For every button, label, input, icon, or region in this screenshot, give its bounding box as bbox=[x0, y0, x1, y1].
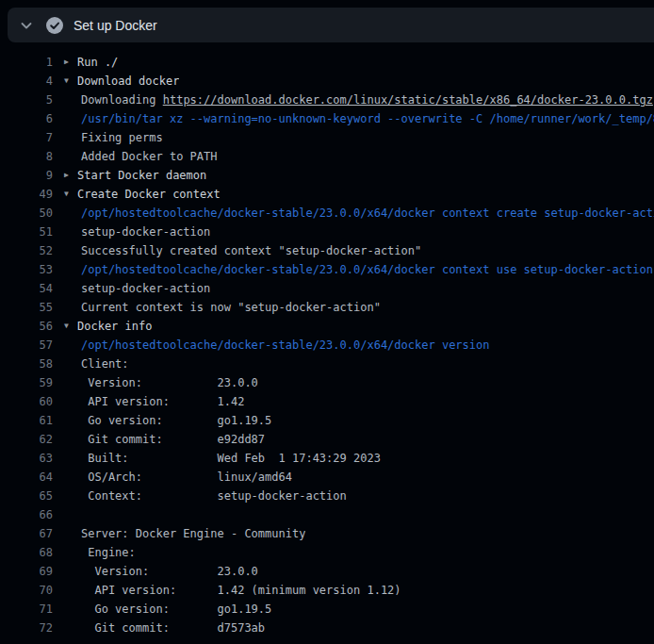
log-line-7: 7 Fixing perms bbox=[0, 128, 654, 147]
log-text: OS/Arch: linux/amd64 bbox=[77, 471, 292, 484]
log-line-50: 50 /opt/hostedtoolcache/docker-stable/23… bbox=[0, 204, 654, 223]
log-line-65: 65 Context: setup-docker-action bbox=[0, 487, 654, 505]
log-text: /usr/bin/tar xz --warning=no-unknown-key… bbox=[77, 112, 654, 125]
line-number[interactable]: 72 bbox=[0, 621, 53, 635]
log-text: Version: 23.0.0 bbox=[77, 376, 258, 389]
log-text: setup-docker-action bbox=[77, 225, 210, 239]
log-line-1[interactable]: 1 ▶ Run ./ bbox=[0, 53, 654, 72]
line-number[interactable]: 5 bbox=[0, 93, 53, 107]
chevron-down-icon[interactable] bbox=[19, 18, 34, 33]
log-line-53: 53 /opt/hostedtoolcache/docker-stable/23… bbox=[0, 260, 654, 279]
step-title: Set up Docker bbox=[74, 18, 157, 33]
log-line-6: 6 /usr/bin/tar xz --warning=no-unknown-k… bbox=[0, 109, 654, 128]
log-text: Fixing perms bbox=[77, 131, 163, 144]
log-line-8: 8 Added Docker to PATH bbox=[0, 147, 654, 166]
log-text: Go version: go1.19.5 bbox=[77, 603, 271, 616]
line-number[interactable]: 66 bbox=[0, 508, 53, 521]
line-number[interactable]: 6 bbox=[0, 112, 53, 125]
log-line-49[interactable]: 49 ▼ Create Docker context bbox=[0, 185, 654, 204]
line-number[interactable]: 60 bbox=[0, 395, 53, 408]
log-text: Successfully created context "setup-dock… bbox=[77, 244, 421, 257]
log-lines: 1 ▶ Run ./ 4 ▼ Download docker 5 Downloa… bbox=[0, 42, 654, 637]
triangle-right-icon: ▶ bbox=[53, 53, 77, 72]
log-text: Context: setup-docker-action bbox=[77, 489, 347, 503]
log-text: Go version: go1.19.5 bbox=[77, 414, 271, 427]
line-number[interactable]: 53 bbox=[0, 263, 53, 276]
line-number[interactable]: 4 bbox=[0, 74, 53, 88]
log-line-54: 54 setup-docker-action bbox=[0, 279, 654, 298]
triangle-down-icon: ▼ bbox=[53, 185, 77, 204]
log-line-55: 55 Current context is now "setup-docker-… bbox=[0, 298, 654, 317]
line-number[interactable]: 61 bbox=[0, 414, 53, 427]
log-line-63: 63 Built: Wed Feb 1 17:43:29 2023 bbox=[0, 449, 654, 468]
line-number[interactable]: 57 bbox=[0, 339, 53, 352]
download-url-link[interactable]: https://download.docker.com/linux/static… bbox=[163, 93, 653, 107]
line-number[interactable]: 69 bbox=[0, 565, 53, 578]
log-text: Create Docker context bbox=[77, 188, 221, 201]
log-text: Run ./ bbox=[77, 56, 118, 69]
line-number[interactable]: 59 bbox=[0, 376, 53, 389]
line-number[interactable]: 8 bbox=[0, 150, 53, 163]
line-number[interactable]: 51 bbox=[0, 225, 53, 239]
log-line-51: 51 setup-docker-action bbox=[0, 223, 654, 241]
log-text: Built: Wed Feb 1 17:43:29 2023 bbox=[77, 452, 381, 465]
line-number[interactable]: 56 bbox=[0, 320, 53, 333]
log-text: Git commit: e92dd87 bbox=[77, 433, 265, 446]
line-number[interactable]: 52 bbox=[0, 244, 53, 257]
log-line-60: 60 API version: 1.42 bbox=[0, 392, 654, 411]
log-line-67: 67 Server: Docker Engine - Community bbox=[0, 524, 654, 543]
line-number[interactable]: 67 bbox=[0, 527, 53, 540]
log-text: Server: Docker Engine - Community bbox=[77, 527, 305, 540]
log-line-56[interactable]: 56 ▼ Docker info bbox=[0, 317, 654, 336]
log-line-72: 72 Git commit: d7573ab bbox=[0, 619, 654, 637]
log-text: API version: 1.42 (minimum version 1.12) bbox=[77, 584, 401, 597]
line-number[interactable]: 65 bbox=[0, 489, 53, 503]
line-number[interactable]: 62 bbox=[0, 433, 53, 446]
log-line-70: 70 API version: 1.42 (minimum version 1.… bbox=[0, 581, 654, 600]
log-line-64: 64 OS/Arch: linux/amd64 bbox=[0, 468, 654, 487]
log-line-4[interactable]: 4 ▼ Download docker bbox=[0, 72, 654, 91]
line-number[interactable]: 63 bbox=[0, 452, 53, 465]
log-line-68: 68 Engine: bbox=[0, 543, 654, 562]
log-line-69: 69 Version: 23.0.0 bbox=[0, 562, 654, 581]
log-line-57: 57 /opt/hostedtoolcache/docker-stable/23… bbox=[0, 336, 654, 355]
line-number[interactable]: 58 bbox=[0, 357, 53, 371]
line-number[interactable]: 7 bbox=[0, 131, 53, 144]
line-number[interactable]: 9 bbox=[0, 169, 53, 182]
log-text: Docker info bbox=[77, 320, 152, 333]
log-line-62: 62 Git commit: e92dd87 bbox=[0, 430, 654, 449]
log-text-prefix: Downloading bbox=[81, 93, 163, 107]
line-number[interactable]: 49 bbox=[0, 188, 53, 201]
log-text: Client: bbox=[77, 357, 129, 371]
log-text: /opt/hostedtoolcache/docker-stable/23.0.… bbox=[77, 263, 653, 276]
line-number[interactable]: 71 bbox=[0, 603, 53, 616]
log-text: setup-docker-action bbox=[77, 282, 210, 295]
line-number[interactable]: 55 bbox=[0, 301, 53, 314]
line-number[interactable]: 70 bbox=[0, 584, 53, 597]
log-line-71: 71 Go version: go1.19.5 bbox=[0, 600, 654, 619]
log-text: Added Docker to PATH bbox=[77, 150, 218, 163]
log-text: Download docker bbox=[77, 74, 179, 88]
line-number[interactable]: 68 bbox=[0, 546, 53, 559]
line-number[interactable]: 54 bbox=[0, 282, 53, 295]
check-circle-icon bbox=[45, 16, 64, 35]
log-text: Version: 23.0.0 bbox=[77, 565, 258, 578]
log-line-59: 59 Version: 23.0.0 bbox=[0, 373, 654, 392]
line-number[interactable]: 1 bbox=[0, 56, 53, 69]
log-text: /opt/hostedtoolcache/docker-stable/23.0.… bbox=[77, 339, 489, 352]
line-number[interactable]: 50 bbox=[0, 206, 53, 220]
log-line-5: 5 Downloading https://download.docker.co… bbox=[0, 91, 654, 109]
log-line-66: 66 bbox=[0, 505, 654, 524]
log-text: Downloading https://download.docker.com/… bbox=[77, 93, 653, 107]
log-text: /opt/hostedtoolcache/docker-stable/23.0.… bbox=[77, 206, 654, 220]
triangle-down-icon: ▼ bbox=[53, 317, 77, 336]
log-text: Start Docker daemon bbox=[77, 169, 206, 182]
log-line-52: 52 Successfully created context "setup-d… bbox=[0, 241, 654, 260]
triangle-down-icon: ▼ bbox=[53, 72, 77, 91]
log-line-58: 58 Client: bbox=[0, 355, 654, 373]
log-text: Current context is now "setup-docker-act… bbox=[77, 301, 381, 314]
line-number[interactable]: 64 bbox=[0, 471, 53, 484]
log-text: Git commit: d7573ab bbox=[77, 621, 265, 635]
log-line-9[interactable]: 9 ▶ Start Docker daemon bbox=[0, 166, 654, 185]
step-header[interactable]: Set up Docker bbox=[8, 8, 654, 42]
